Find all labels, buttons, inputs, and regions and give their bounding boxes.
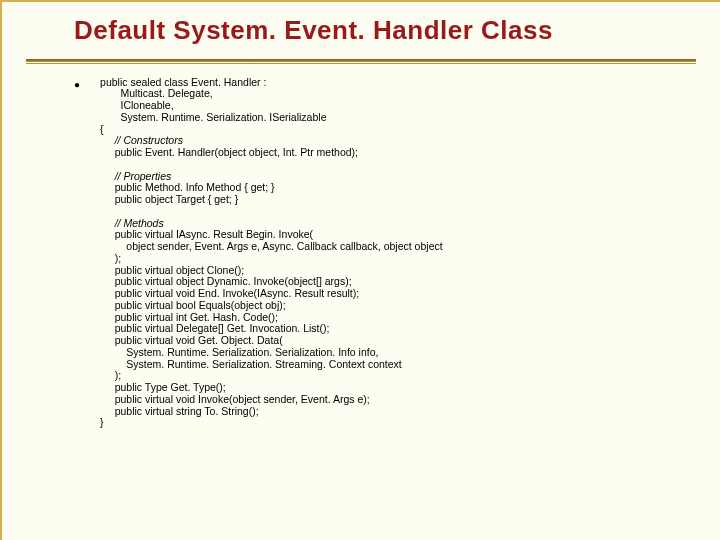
slide-title: Default System. Event. Handler Class xyxy=(74,16,696,45)
code-line: public Event. Handler(object object, Int… xyxy=(100,146,358,158)
code-line: public Type Get. Type(); xyxy=(100,381,226,393)
code-line: public virtual IAsync. Result Begin. Inv… xyxy=(100,228,313,240)
code-comment: // Methods xyxy=(100,217,164,229)
divider-thick xyxy=(26,59,696,62)
code-line: ); xyxy=(100,369,121,381)
code-line: public virtual object Clone(); xyxy=(100,264,244,276)
code-line: public virtual Delegate[] Get. Invocatio… xyxy=(100,322,329,334)
code-line: public virtual int Get. Hash. Code(); xyxy=(100,311,278,323)
code-line: public virtual object Dynamic. Invoke(ob… xyxy=(100,275,352,287)
code-line: } xyxy=(100,416,104,428)
code-line: public object Target { get; } xyxy=(100,193,238,205)
code-line: System. Runtime. Serialization. Streamin… xyxy=(100,358,402,370)
code-line: public virtual void Invoke(object sender… xyxy=(100,393,370,405)
code-line: public virtual void Get. Object. Data( xyxy=(100,334,283,346)
code-line: { xyxy=(100,123,104,135)
title-divider xyxy=(26,59,696,65)
code-line: public Method. Info Method { get; } xyxy=(100,181,275,193)
code-block: public sealed class Event. Handler : Mul… xyxy=(100,77,443,430)
code-comment: // Properties xyxy=(100,170,171,182)
slide-container: Default System. Event. Handler Class ● p… xyxy=(0,0,720,540)
code-line: Multicast. Delegate, xyxy=(100,87,213,99)
code-line: System. Runtime. Serialization. ISeriali… xyxy=(100,111,326,123)
code-line: public virtual string To. String(); xyxy=(100,405,259,417)
code-line: public virtual void End. Invoke(IAsync. … xyxy=(100,287,359,299)
bullet-icon: ● xyxy=(74,80,80,90)
code-comment: // Constructors xyxy=(100,134,183,146)
code-line: public sealed class Event. Handler : xyxy=(100,76,266,88)
code-line: ); xyxy=(100,252,121,264)
content-block: ● public sealed class Event. Handler : M… xyxy=(74,77,696,430)
divider-thin xyxy=(26,63,696,64)
code-line: public virtual bool Equals(object obj); xyxy=(100,299,286,311)
code-line: System. Runtime. Serialization. Serializ… xyxy=(100,346,378,358)
code-line: object sender, Event. Args e, Async. Cal… xyxy=(100,240,443,252)
code-line: ICloneable, xyxy=(100,99,174,111)
